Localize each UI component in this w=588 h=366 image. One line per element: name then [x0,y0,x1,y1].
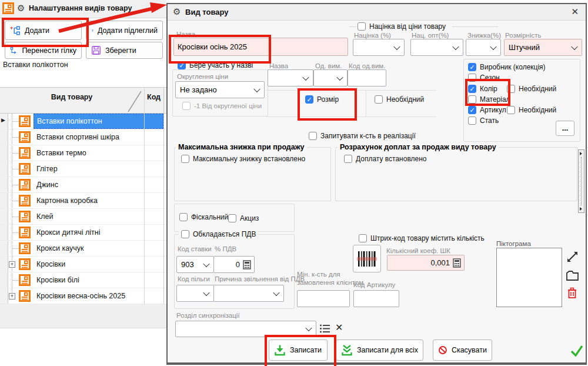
column-divider [144,87,145,304]
unit-select[interactable] [313,69,348,86]
vat-reason-select[interactable] [213,285,284,302]
scroll-down-icon[interactable] [580,207,582,211]
tree-header-main: Вид товару [8,93,135,101]
coef-label: Кількісний коеф. ШК [386,247,450,254]
tree-header[interactable]: Вид товару Код [0,87,166,114]
fiscal-label: Фіскальний [191,213,228,221]
expand-icon[interactable] [9,261,15,268]
markup-select[interactable] [353,39,405,56]
fiscal-checkbox[interactable] [179,213,188,221]
producer-checkbox[interactable] [468,63,476,71]
cancel-button[interactable]: Скасувати [433,340,492,361]
color-checkbox[interactable] [468,85,476,93]
producer-label: Виробник (колекція) [480,63,546,71]
trash-icon[interactable] [567,287,577,299]
table-row[interactable]: Клей [0,209,166,225]
minus-one-checkbox[interactable] [182,102,191,110]
row-label: Кросівки весна-осінь 2025 [36,292,125,300]
save-all-button[interactable]: Записати для всіх [336,340,423,361]
discount-select[interactable] [466,39,501,56]
required2-checkbox[interactable] [507,106,515,114]
product-type-icon [19,115,31,127]
excise-checkbox[interactable] [228,214,236,222]
name-input[interactable] [173,38,348,56]
season-row: Сезон [468,74,500,82]
dialog-titlebar[interactable]: ⚙ Вид товару ✕ [168,4,586,21]
row-label: Кросівки [36,260,65,268]
rounding-select[interactable]: Не задано [175,81,265,98]
table-row[interactable]: Вставки полікоттон [0,114,166,129]
ask-qty-checkbox[interactable] [309,132,317,140]
table-row[interactable]: Вставки термо [0,145,166,161]
max-discount-checkbox[interactable] [181,155,189,163]
resize-icon[interactable] [566,250,579,264]
benefit-code-select[interactable] [176,285,214,302]
required-checkbox[interactable] [375,95,383,104]
rate-code-value: 903 [181,260,194,269]
table-row[interactable]: Джинс [0,177,166,193]
barcode-button[interactable] [353,245,381,272]
save-button[interactable]: Записати [269,340,328,361]
table-row[interactable]: Кросівки білі [0,272,166,288]
calculator-icon[interactable] [243,260,251,269]
min-qty-label-1: Мін. к-сть для [297,271,340,278]
side-scrollbar[interactable] [578,149,584,213]
rate-code-select[interactable]: 903 [176,256,214,273]
confirm-check-icon[interactable] [570,344,584,357]
size-checkbox[interactable] [305,95,313,104]
gender-checkbox[interactable] [468,117,476,125]
row-label: Кросівки білі [36,276,79,284]
calculator-icon[interactable] [453,258,461,268]
required1-checkbox[interactable] [507,85,515,93]
min-qty-input[interactable] [297,290,350,307]
benefit-code-label: Код пільги [178,275,210,282]
sync-select[interactable] [175,321,316,337]
pictogram-box[interactable] [496,248,562,307]
add-button[interactable]: + Додати [5,21,82,40]
dimension-select[interactable]: Штучний [504,39,582,56]
barcode-qty-checkbox[interactable] [359,234,367,242]
folder-icon[interactable] [566,270,579,281]
settings-window-titlebar: ⚙ Налаштування видів товару [0,0,166,18]
articul-checkbox[interactable] [468,106,476,114]
table-row[interactable]: Кросівки весна-осінь 2025 [0,288,166,304]
table-row[interactable]: Крокси дитячі літні [0,225,166,241]
more-features-button[interactable]: ... [556,121,574,136]
dimension-label: Розмірність [505,32,541,39]
table-row[interactable]: Картонна коробка [0,193,166,209]
participates-checkbox[interactable] [178,61,186,69]
close-icon[interactable]: ✕ [571,6,579,17]
chevron-down-icon [203,289,209,295]
vat-checkbox[interactable] [181,230,189,238]
table-row[interactable]: Вставки спортивні шкіра [0,129,166,145]
row-label: Вставки термо [36,149,86,157]
add-child-button[interactable]: + Додати підлеглий [86,21,163,40]
coef-field[interactable]: 0,001 [387,255,465,271]
save-tree-button[interactable]: Зберегти [86,42,163,59]
move-branch-button[interactable]: Перенести гілку [5,42,82,59]
surcharge-checkbox[interactable] [344,155,352,163]
table-row[interactable]: Кросівки [0,257,166,272]
unit-code-input[interactable] [348,69,386,86]
name-label: Назва [176,31,195,38]
markup-from-price-checkbox[interactable] [358,22,366,31]
required2-row: Необхідний [507,106,556,114]
surcharge-label: Доплату встановлено [356,155,426,163]
season-checkbox[interactable] [468,74,476,82]
move-branch-button-label: Перенести гілку [22,46,76,55]
attr-name-select[interactable] [268,69,313,86]
screen: ⚙ Налаштування видів товару + Додати + Д… [0,0,588,366]
required1-row: Необхідний [507,85,556,93]
material-checkbox[interactable] [468,95,476,104]
list-select-icon[interactable] [319,324,331,334]
expand-icon[interactable] [9,293,15,300]
table-row[interactable]: Глітер [0,161,166,177]
gear-icon: ⚙ [17,3,25,14]
vat-percent-field[interactable]: 0 [213,256,255,273]
table-row[interactable]: Крокси каучук [0,241,166,257]
articul-code-input[interactable] [353,290,399,307]
markup-opt-select[interactable] [410,39,463,56]
attr-name-label: Назва [269,62,288,69]
clear-sync-icon[interactable]: ✕ [335,322,343,333]
scroll-up-icon[interactable] [580,152,582,155]
